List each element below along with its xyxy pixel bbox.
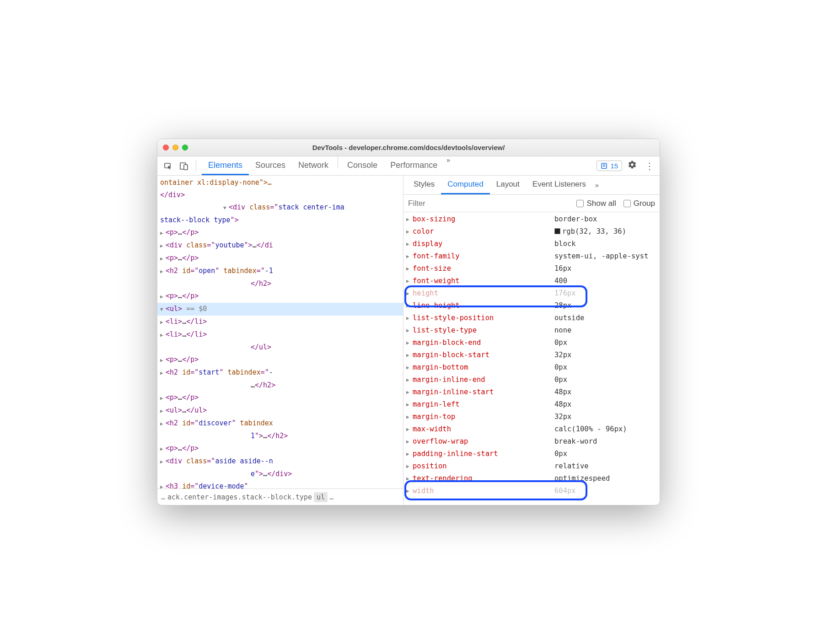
- expand-toggle-icon[interactable]: [160, 290, 166, 303]
- dom-node-p[interactable]: <p>…</p>: [157, 290, 403, 303]
- computed-properties-list[interactable]: box-sizingborder-boxcolorrgb(32, 33, 36)…: [403, 212, 660, 505]
- dom-node-h2-open[interactable]: <h2 id="open" tabindex="-1: [157, 265, 403, 278]
- expand-toggle-icon[interactable]: [406, 460, 413, 472]
- expand-toggle-icon[interactable]: [406, 423, 413, 435]
- expand-toggle-icon[interactable]: [406, 287, 413, 300]
- tab-sources[interactable]: Sources: [249, 156, 292, 175]
- computed-property-row[interactable]: margin-left48px: [403, 398, 660, 411]
- expand-toggle-icon[interactable]: [160, 303, 166, 316]
- expand-toggle-icon[interactable]: [406, 275, 413, 287]
- breadcrumb-overflow-icon[interactable]: …: [161, 493, 166, 501]
- expand-toggle-icon[interactable]: [160, 443, 166, 455]
- issues-button[interactable]: 15: [597, 161, 622, 171]
- computed-property-row[interactable]: text-renderingoptimizespeed: [403, 472, 660, 485]
- expand-toggle-icon[interactable]: [160, 329, 166, 341]
- computed-property-row[interactable]: padding-inline-start0px: [403, 448, 660, 460]
- tab-performance[interactable]: Performance: [384, 156, 444, 175]
- breadcrumb-bar[interactable]: … ack.center-images.stack--block.type ul…: [157, 488, 403, 505]
- filter-input[interactable]: [408, 199, 569, 208]
- expand-toggle-icon[interactable]: [160, 354, 166, 366]
- more-tabs-chevron-icon[interactable]: »: [444, 156, 453, 175]
- computed-property-row[interactable]: margin-top32px: [403, 411, 660, 423]
- dom-node-continuation[interactable]: stack--block type">: [157, 214, 403, 226]
- dom-node-p[interactable]: <p>…</p>: [157, 226, 403, 239]
- computed-property-row[interactable]: margin-inline-start48px: [403, 386, 660, 398]
- expand-toggle-icon[interactable]: [406, 300, 413, 312]
- tab-network[interactable]: Network: [292, 156, 335, 175]
- show-all-checkbox[interactable]: Show all: [576, 199, 616, 208]
- computed-property-row[interactable]: margin-bottom0px: [403, 361, 660, 374]
- computed-property-row[interactable]: width604px: [403, 485, 660, 497]
- dom-node-ul-close[interactable]: </ul>: [157, 341, 403, 354]
- expand-toggle-icon[interactable]: [406, 472, 413, 485]
- inspect-element-icon[interactable]: [162, 160, 175, 172]
- expand-toggle-icon[interactable]: [406, 411, 413, 423]
- expand-toggle-icon[interactable]: [160, 392, 166, 404]
- dom-tree[interactable]: ontainer xl:display-none">… </div> <div …: [157, 176, 403, 488]
- expand-toggle-icon[interactable]: [160, 265, 166, 278]
- expand-toggle-icon[interactable]: [406, 225, 413, 238]
- computed-property-row[interactable]: margin-inline-end0px: [403, 374, 660, 386]
- expand-toggle-icon[interactable]: [160, 418, 166, 430]
- computed-property-row[interactable]: max-widthcalc(100% - 96px): [403, 423, 660, 435]
- computed-property-row[interactable]: list-style-positionoutside: [403, 312, 660, 324]
- computed-property-row[interactable]: box-sizingborder-box: [403, 213, 660, 225]
- tab-layout[interactable]: Layout: [490, 176, 526, 194]
- expand-toggle-icon[interactable]: [160, 405, 166, 417]
- dom-node-p[interactable]: <p>…</p>: [157, 354, 403, 366]
- expand-toggle-icon[interactable]: [406, 337, 413, 349]
- computed-property-row[interactable]: font-familysystem-ui, -apple-syst: [403, 250, 660, 263]
- tab-computed[interactable]: Computed: [441, 176, 489, 194]
- breadcrumb-overflow-icon[interactable]: …: [329, 493, 334, 501]
- dom-node-continuation[interactable]: 1">…</h2>: [157, 430, 403, 442]
- expand-toggle-icon[interactable]: [223, 202, 229, 214]
- dom-node-continuation[interactable]: …</h2>: [157, 379, 403, 392]
- expand-toggle-icon[interactable]: [160, 227, 166, 239]
- computed-property-row[interactable]: margin-block-end0px: [403, 337, 660, 349]
- expand-toggle-icon[interactable]: [406, 213, 413, 225]
- computed-property-row[interactable]: displayblock: [403, 238, 660, 250]
- dom-node-h2-start[interactable]: <h2 id="start" tabindex="-: [157, 366, 403, 379]
- expand-toggle-icon[interactable]: [160, 316, 166, 328]
- dom-node-continuation[interactable]: </h2>: [157, 278, 403, 290]
- dom-node-fragment[interactable]: ontainer xl:display-none">…: [157, 177, 403, 189]
- expand-toggle-icon[interactable]: [406, 263, 413, 275]
- dom-node-div-youtube[interactable]: <div class="youtube">…</di: [157, 239, 403, 252]
- expand-toggle-icon[interactable]: [160, 456, 166, 468]
- tab-event-listeners[interactable]: Event Listeners: [526, 176, 592, 194]
- computed-property-row[interactable]: overflow-wrapbreak-word: [403, 435, 660, 448]
- computed-property-row[interactable]: line-height28px: [403, 300, 660, 312]
- expand-toggle-icon[interactable]: [406, 312, 413, 324]
- dom-node-div-stack[interactable]: <div class="stack center-ima: [157, 201, 403, 214]
- expand-toggle-icon[interactable]: [160, 252, 166, 265]
- dom-node-h2-discover[interactable]: <h2 id="discover" tabindex: [157, 417, 403, 430]
- computed-property-row[interactable]: font-size16px: [403, 263, 660, 275]
- expand-toggle-icon[interactable]: [406, 448, 413, 460]
- tab-styles[interactable]: Styles: [407, 176, 441, 194]
- dom-node-p[interactable]: <p>…</p>: [157, 392, 403, 404]
- group-checkbox[interactable]: Group: [624, 199, 655, 208]
- dom-node-close[interactable]: </div>: [157, 189, 403, 201]
- dom-node-p[interactable]: <p>…</p>: [157, 252, 403, 265]
- expand-toggle-icon[interactable]: [406, 386, 413, 398]
- expand-toggle-icon[interactable]: [406, 349, 413, 361]
- dom-node-ul-selected[interactable]: ⋯ <ul> == $0: [157, 303, 403, 316]
- expand-toggle-icon[interactable]: [406, 250, 413, 263]
- expand-toggle-icon[interactable]: [406, 324, 413, 337]
- expand-toggle-icon[interactable]: [160, 481, 166, 488]
- breadcrumb-item-selected[interactable]: ul: [314, 492, 328, 502]
- dom-node-p[interactable]: <p>…</p>: [157, 442, 403, 455]
- breadcrumb-item[interactable]: ack.center-images.stack--block.type: [167, 493, 312, 501]
- more-subtabs-chevron-icon[interactable]: »: [592, 176, 602, 194]
- expand-toggle-icon[interactable]: [406, 238, 413, 250]
- kebab-menu-icon[interactable]: ⋮: [642, 161, 657, 172]
- expand-toggle-icon[interactable]: [160, 240, 166, 252]
- dom-node-continuation[interactable]: e">…</div>: [157, 468, 403, 480]
- computed-property-row[interactable]: colorrgb(32, 33, 36): [403, 225, 660, 238]
- dom-node-li[interactable]: <li>…</li>: [157, 316, 403, 328]
- dom-node-li[interactable]: <li>…</li>: [157, 328, 403, 341]
- computed-property-row[interactable]: margin-block-start32px: [403, 349, 660, 361]
- computed-property-row[interactable]: list-style-typenone: [403, 324, 660, 337]
- expand-toggle-icon[interactable]: [406, 374, 413, 386]
- computed-property-row[interactable]: positionrelative: [403, 460, 660, 472]
